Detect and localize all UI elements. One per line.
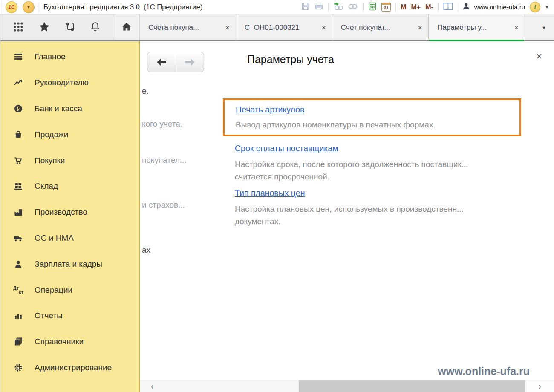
- close-tab-icon[interactable]: ×: [321, 24, 326, 32]
- sidebar-item-proizvodstvo[interactable]: Производство: [0, 199, 139, 225]
- horizontal-scrollbar[interactable]: ‹ ›: [140, 380, 554, 392]
- close-tab-icon[interactable]: ×: [225, 24, 230, 32]
- app-window: 1С ▼ Бухгалтерия предприятия 3.0 (1С:Пре…: [0, 0, 554, 392]
- sidebar-item-zarplata-i-kadry[interactable]: Зарплата и кадры: [0, 251, 139, 277]
- close-form-icon[interactable]: ×: [537, 52, 542, 61]
- tab-document-on01[interactable]: С ОН01-000321 ×: [236, 14, 332, 40]
- caret-down-icon: ▼: [542, 25, 546, 30]
- description-line: Настройка срока, после которого задолжен…: [235, 159, 468, 171]
- back-button[interactable]: [147, 52, 176, 72]
- sidebar-item-label: Отчеты: [35, 311, 63, 320]
- setting-description: Вывод артикулов номенклатуры в печатных …: [236, 119, 519, 131]
- scroll-left-button[interactable]: ‹: [151, 380, 154, 392]
- tab-label: Параметры у...: [437, 23, 511, 32]
- sidebar-item-bank-i-kassa[interactable]: Банк и касса: [0, 96, 139, 122]
- tab-accounting-parameters[interactable]: Параметры у... ×: [429, 14, 525, 40]
- ruble-coin-icon: [13, 104, 23, 114]
- watermark: www.online-ufa.ru: [438, 365, 530, 378]
- main-menu-dropdown-button[interactable]: ▼: [23, 1, 35, 13]
- close-tab-icon[interactable]: ×: [418, 24, 422, 32]
- split-window-icon[interactable]: [443, 3, 453, 12]
- quick-access-group: [0, 14, 113, 40]
- app-title: Бухгалтерия предприятия 3.0 (1С:Предприя…: [43, 3, 202, 11]
- trend-up-icon: [13, 78, 23, 88]
- scroll-right-button[interactable]: ›: [538, 381, 541, 391]
- bar-chart-icon: [13, 311, 23, 321]
- calculator-icon[interactable]: [368, 2, 377, 12]
- sidebar-item-spravochniki[interactable]: Справочники: [0, 329, 139, 355]
- tab-list-dropdown[interactable]: ▼: [542, 14, 546, 40]
- scrollbar-end-cap: ›: [525, 380, 554, 392]
- menu-icon: [13, 52, 23, 62]
- memory-recall-button[interactable]: М: [401, 4, 406, 11]
- favorites-star-icon[interactable]: [39, 21, 50, 34]
- person-icon: [13, 259, 23, 269]
- history-icon[interactable]: [65, 22, 75, 34]
- divider: [39, 3, 39, 12]
- notifications-bell-icon[interactable]: [90, 21, 101, 34]
- tab-label: С ОН01-000321: [245, 23, 318, 32]
- description-line: считается просроченной.: [235, 171, 468, 183]
- get-link-icon[interactable]: [348, 2, 358, 12]
- print-articles-link[interactable]: Печать артикулов: [236, 105, 304, 115]
- tab-label: Счета покупа...: [148, 23, 222, 32]
- description-line: документах.: [235, 216, 464, 228]
- calendar-icon-day: 31: [382, 5, 390, 10]
- sidebar-item-glavnoe[interactable]: Главное: [0, 44, 139, 70]
- calendar-icon[interactable]: 31: [381, 3, 391, 12]
- truck-icon: [13, 233, 23, 243]
- info-glyph: i: [534, 4, 536, 10]
- divider: [395, 3, 396, 12]
- print-icon[interactable]: [315, 2, 323, 12]
- sidebar-item-administrirovanie[interactable]: Администрирование: [0, 355, 139, 381]
- hscroll-thumb[interactable]: [299, 380, 525, 392]
- tab-invoices-list[interactable]: Счета покупа... ×: [140, 14, 236, 40]
- sidebar-item-rukovoditelyu[interactable]: Руководителю: [0, 70, 139, 96]
- tab-invoice[interactable]: Счет покупат... ×: [332, 14, 429, 40]
- sidebar-item-otchety[interactable]: Отчеты: [0, 303, 139, 329]
- home-button[interactable]: [114, 14, 140, 40]
- supplier-payment-term-link[interactable]: Срок оплаты поставщикам: [235, 144, 338, 153]
- divider: [363, 3, 364, 12]
- tab-label: Счет покупат...: [341, 23, 414, 32]
- planned-price-type-link[interactable]: Тип плановых цен: [235, 188, 305, 198]
- warehouse-icon: [13, 181, 23, 191]
- sections-menu-icon[interactable]: [13, 21, 24, 34]
- gear-icon: [13, 363, 23, 373]
- highlight-frame: Печать артикулов Вывод артикулов номенкл…: [223, 98, 521, 136]
- sidebar-item-label: Администрирование: [35, 363, 112, 372]
- description-line: Настройка плановых цен, используемых в п…: [235, 203, 464, 216]
- shopping-bag-icon: [13, 130, 23, 140]
- sidebar-item-sklad[interactable]: Склад: [0, 173, 139, 199]
- sidebar-item-label: Зарплата и кадры: [35, 259, 102, 269]
- sections-panel: Главное Руководителю Банк и касса Продаж…: [0, 41, 140, 392]
- titlebar-toolbar: 31 М М+ М- www.online-ufa.ru i ▼: [301, 0, 554, 14]
- save-icon[interactable]: [301, 2, 310, 12]
- 1c-logo-icon[interactable]: 1С: [6, 1, 17, 13]
- shopping-cart-icon: [13, 156, 23, 166]
- reference-books-icon: [13, 337, 23, 347]
- sidebar-item-os-i-nma[interactable]: ОС и НМА: [0, 225, 139, 251]
- tab-bar: Счета покупа... × С ОН01-000321 × Счет п…: [0, 14, 554, 41]
- divider: [438, 3, 439, 12]
- clipped-text-fragment: ах: [142, 245, 150, 255]
- caret-down-icon[interactable]: ▼: [545, 5, 549, 9]
- sidebar-item-label: Главное: [35, 52, 66, 61]
- sidebar-item-label: ОС и НМА: [35, 233, 74, 243]
- forward-button[interactable]: [176, 52, 204, 72]
- memory-minus-button[interactable]: М-: [425, 4, 433, 11]
- sidebar-item-operacii[interactable]: ДтКт Операции: [0, 277, 139, 303]
- setting-description: Настройка плановых цен, используемых в п…: [235, 203, 464, 228]
- sidebar-item-label: Справочники: [35, 337, 84, 346]
- memory-plus-button[interactable]: М+: [411, 4, 421, 11]
- sidebar-item-pokupki[interactable]: Покупки: [0, 147, 139, 173]
- page-title: Параметры учета: [247, 53, 334, 66]
- home-icon: [121, 21, 132, 34]
- clipped-text-fragment: покупател...: [142, 156, 187, 165]
- sidebar-item-prodazhi[interactable]: Продажи: [0, 121, 139, 147]
- goto-link-icon[interactable]: [333, 2, 343, 12]
- 1c-logo-text: 1С: [8, 5, 14, 10]
- close-tab-icon[interactable]: ×: [514, 24, 519, 32]
- sidebar-item-label: Продажи: [35, 130, 68, 139]
- info-icon[interactable]: i: [530, 2, 540, 12]
